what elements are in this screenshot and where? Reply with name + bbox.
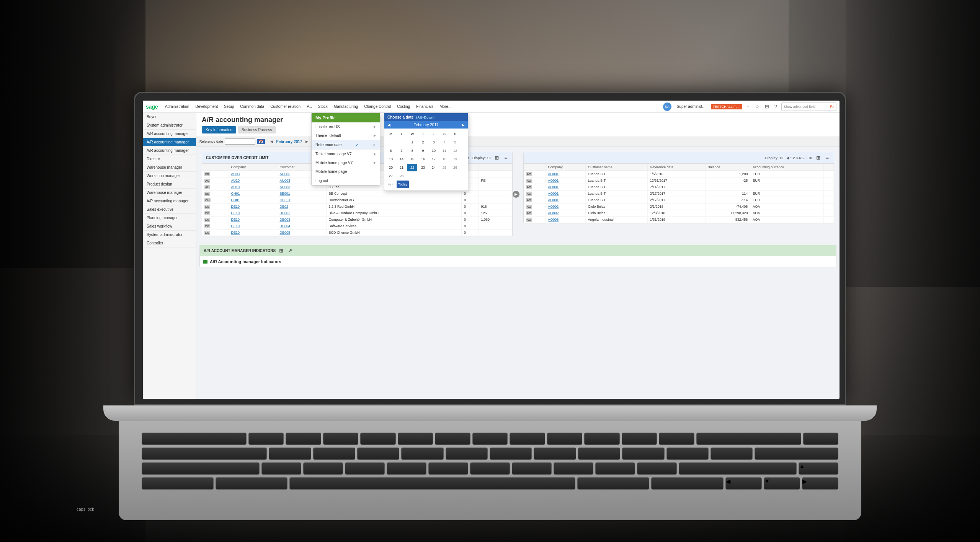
cal-day-8[interactable]: 8 <box>407 147 417 155</box>
cell-customer[interactable]: DE003 <box>277 216 326 223</box>
rcol-balance[interactable]: Balance <box>705 164 750 171</box>
sidebar-item-ar2[interactable]: A/R accounting manager <box>143 138 196 146</box>
cell-company[interactable]: DE10 <box>229 229 277 236</box>
cal-day-15[interactable]: 15 <box>407 155 417 163</box>
sidebar-item-sales-exec[interactable]: Sales executive <box>143 205 196 214</box>
cal-day-25[interactable]: 25 <box>439 164 449 171</box>
expand-icon[interactable]: ⊞ <box>493 154 500 161</box>
dropdown-refdate[interactable]: Reference date ✓ ✕ <box>312 140 380 149</box>
cal-prev-btn[interactable]: ◀ <box>387 123 390 127</box>
user-avatar[interactable]: SA <box>663 103 671 111</box>
key-up[interactable]: ▲ <box>799 462 838 475</box>
key-o[interactable] <box>547 433 583 445</box>
cell-company[interactable]: AU10 <box>229 184 277 190</box>
nav-more[interactable]: More... <box>437 104 454 109</box>
rcell-company[interactable]: AO001 <box>546 190 585 197</box>
cal-day-2[interactable]: 2 <box>418 138 428 146</box>
ref-date-input[interactable] <box>225 138 255 145</box>
cal-day-23[interactable]: 23 <box>418 164 428 171</box>
key-w[interactable] <box>286 433 321 445</box>
cal-next-btn[interactable]: ▶ <box>462 123 465 127</box>
cal-day-17[interactable]: 17 <box>429 155 439 163</box>
cal-empty6[interactable] <box>439 172 449 180</box>
nav-customer-relation[interactable]: Customer relation <box>268 104 303 109</box>
rcell-company[interactable]: AO002 <box>546 203 585 210</box>
nav-administration[interactable]: Administration <box>163 104 191 109</box>
key-m[interactable] <box>512 462 552 475</box>
key-c[interactable] <box>345 462 385 475</box>
nav-p[interactable]: P... <box>304 104 314 109</box>
key-f[interactable] <box>401 448 443 460</box>
nav-financials[interactable]: Financials <box>414 104 436 109</box>
cal-empty3[interactable] <box>407 172 417 180</box>
cal-day-18[interactable]: 18 <box>439 155 449 163</box>
dropdown-theme[interactable]: Theme :default ▶ <box>312 131 380 140</box>
key-backspace[interactable] <box>696 433 801 445</box>
home-icon[interactable]: ⌂ <box>745 103 751 110</box>
sidebar-item-director[interactable]: Director <box>143 155 196 163</box>
dropdown-locale[interactable]: Locale :en-US ▶ <box>312 122 380 131</box>
key-space[interactable] <box>289 477 575 490</box>
cal-day-6[interactable]: 6 <box>386 147 396 155</box>
nav-common-data[interactable]: Common data <box>238 104 266 109</box>
cal-day-22[interactable]: 22 <box>407 164 417 171</box>
rcell-company[interactable]: AO008 <box>546 216 585 223</box>
cal-day-19[interactable]: 19 <box>450 155 460 163</box>
sidebar-item-controller[interactable]: Controller <box>143 239 196 247</box>
cal-day-28[interactable]: 28 <box>397 172 407 180</box>
key-a[interactable] <box>269 448 311 460</box>
key-quote[interactable] <box>710 448 753 460</box>
key-rbracket[interactable] <box>659 433 694 445</box>
cell-customer[interactable]: DE02 <box>277 203 326 210</box>
rcol-customer-name[interactable]: Customer name <box>585 164 647 171</box>
tab-key-information[interactable]: Key Information <box>202 126 236 133</box>
dropdown-tablet-home[interactable]: Tablet home page V7 ▶ <box>312 150 380 158</box>
key-lctrl[interactable] <box>142 477 214 490</box>
cell-customer[interactable]: DE005 <box>277 229 326 236</box>
refresh-icon[interactable]: ↻ <box>830 104 834 110</box>
search-input[interactable] <box>784 105 830 109</box>
cell-company[interactable]: DE10 <box>229 216 277 223</box>
key-z[interactable] <box>261 462 301 475</box>
cal-day-24[interactable]: 24 <box>429 164 439 171</box>
nav-manufacturing[interactable]: Manufacturing <box>332 104 360 109</box>
cell-company[interactable]: DE10 <box>229 223 277 229</box>
rcell-company[interactable]: AO002 <box>546 210 585 216</box>
key-j[interactable] <box>534 448 576 460</box>
key-dot[interactable] <box>595 462 635 475</box>
sidebar-item-buyer[interactable]: Buyer <box>143 113 196 121</box>
key-capslock[interactable] <box>142 448 267 460</box>
user-name[interactable]: Super administ... <box>675 104 708 109</box>
key-tab[interactable] <box>142 433 247 445</box>
cal-day-10[interactable]: 10 <box>429 147 439 155</box>
key-right[interactable]: ▶ <box>802 477 838 490</box>
cal-day-empty1[interactable] <box>386 138 396 146</box>
key-comma[interactable] <box>554 462 593 475</box>
cell-company[interactable]: CH01 <box>229 190 277 197</box>
cal-day-26[interactable]: 26 <box>450 164 460 171</box>
settings-icon[interactable]: ≡ <box>503 154 508 161</box>
sidebar-item-ar1[interactable]: A/R accounting manager <box>143 130 196 138</box>
nav-stock[interactable]: Stock <box>316 104 330 109</box>
rcell-company[interactable]: AO001 <box>546 197 585 203</box>
cal-day-14[interactable]: 14 <box>397 155 407 163</box>
rcol-currency[interactable]: Accounting currency <box>750 164 823 171</box>
rcell-company[interactable]: AO001 <box>546 184 585 190</box>
nav-setup[interactable]: Setup <box>222 104 236 109</box>
tab-business-process[interactable]: Business Process <box>238 126 276 133</box>
key-n[interactable] <box>470 462 510 475</box>
key-semicolon[interactable] <box>666 448 709 460</box>
sidebar-item-sales-workflow[interactable]: Sales workflow <box>143 222 196 231</box>
cell-customer[interactable]: DE004 <box>277 223 326 229</box>
key-left[interactable]: ◀ <box>725 477 762 490</box>
sidebar-item-planning[interactable]: Planning manager <box>143 214 196 222</box>
key-e[interactable] <box>323 433 359 445</box>
cal-day-7[interactable]: 7 <box>397 147 407 155</box>
key-g[interactable] <box>446 448 488 460</box>
key-ralt[interactable] <box>577 477 649 490</box>
cal-day-4[interactable]: 4 <box>439 138 449 146</box>
key-b[interactable] <box>428 462 468 475</box>
key-del[interactable] <box>803 433 839 445</box>
cal-empty7[interactable] <box>450 172 460 180</box>
key-p[interactable] <box>584 433 620 445</box>
